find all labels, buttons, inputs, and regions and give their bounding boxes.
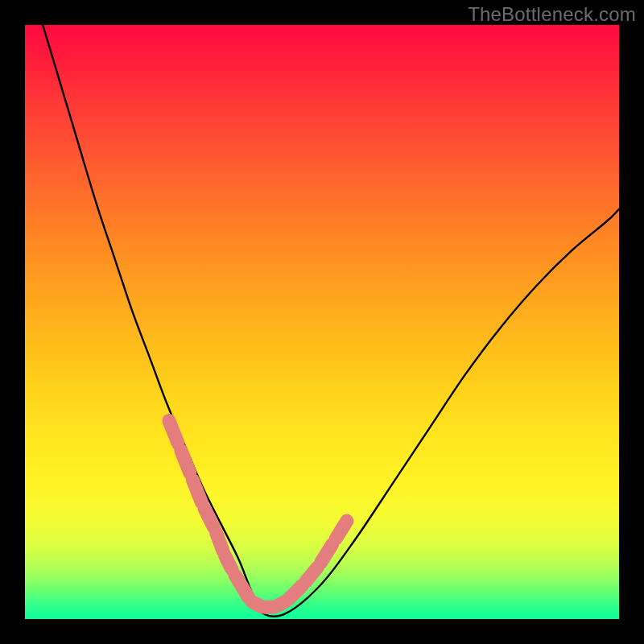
marker-segment — [169, 421, 178, 444]
marker-segment — [306, 568, 317, 581]
marker-segment — [225, 556, 232, 570]
outer-frame: TheBottleneck.com — [0, 0, 644, 644]
marker-segment — [336, 521, 347, 539]
marker-segment — [288, 585, 302, 599]
marker-segment — [204, 509, 213, 527]
watermark-text: TheBottleneck.com — [468, 3, 636, 26]
plot-area — [25, 25, 619, 619]
marker-segment — [192, 480, 201, 502]
marker-segment — [321, 545, 332, 563]
marker-segment — [217, 533, 223, 551]
marker-segment — [181, 450, 190, 473]
marker-overlay — [169, 421, 347, 608]
curve-layer — [25, 25, 619, 619]
bottleneck-curve — [43, 25, 619, 617]
